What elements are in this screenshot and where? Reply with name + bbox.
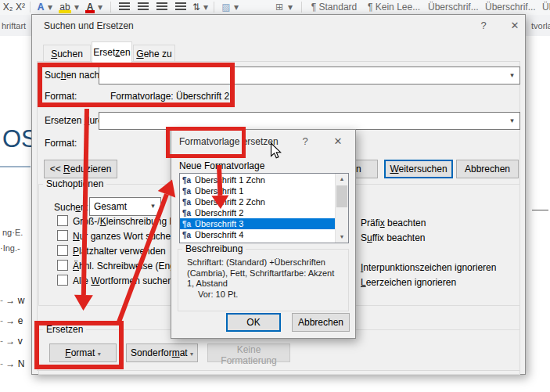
style-gallery-item[interactable]: Überschrif... xyxy=(542,0,550,14)
dropdown-chevron-icon[interactable]: ▾ xyxy=(505,113,519,129)
annotation-box-search-format xyxy=(38,63,235,107)
bullet-text: N xyxy=(18,358,25,369)
superscript-icon[interactable]: X² xyxy=(15,0,26,14)
style-item-label: Überschrift 3 xyxy=(195,219,243,228)
ribbon-group-label-schriftart: hriftart xyxy=(2,21,26,31)
ok-button[interactable]: OK xyxy=(226,313,281,332)
text-effects-caret-icon[interactable]: ▾ xyxy=(47,0,53,14)
description-indent-line: Vor: 10 Pt. xyxy=(198,290,340,300)
ribbon-separator xyxy=(110,2,111,13)
style-listbox[interactable]: ¶aÜberschrift 1 Zchn ¶aÜberschrift 1 ¶aÜ… xyxy=(179,173,349,243)
style-item-label: Überschrift 2 Zchn xyxy=(195,197,265,207)
borders-caret-icon[interactable]: ▾ xyxy=(287,0,293,14)
checkbox-label: Präfix beachten xyxy=(361,218,426,228)
style-item-label: Überschrift 1 Zchn xyxy=(195,175,265,185)
document-text-fragment: ng·E. xyxy=(2,228,23,237)
tab-suchen[interactable]: Suchen xyxy=(43,45,91,62)
annotation-box-format-button xyxy=(34,321,124,369)
document-bullet-line: - → w xyxy=(0,295,24,306)
style-list-item[interactable]: ¶aÜberschrift 4 xyxy=(180,229,336,240)
replace-format-label: Format: xyxy=(45,137,77,149)
screen: X₂ X² A ▾ ab ▾ A ▾ ⇅ ▾ ▨ ▾ ⊞ ▾ ¶ Standar… xyxy=(0,0,550,392)
checkbox-match-prefix[interactable]: Präfix beachten xyxy=(345,217,426,229)
align-right-icon[interactable] xyxy=(156,2,167,12)
bullet-arrow-icon: → xyxy=(5,358,15,369)
line-spacing-icon[interactable]: ⇅ xyxy=(191,0,202,14)
align-left-icon[interactable] xyxy=(119,2,130,12)
ribbon-group-label-formatvorlage: tvorla xyxy=(531,21,550,31)
style-gallery-item[interactable]: ¶ Kein Lee... xyxy=(368,0,419,14)
bullet-arrow-icon: → xyxy=(5,295,15,306)
bullet-arrow-icon: → xyxy=(5,336,15,347)
checkbox-box[interactable] xyxy=(57,230,68,241)
document-heading-rule xyxy=(0,166,31,167)
paragraph-style-icon: ¶a xyxy=(182,208,195,219)
close-icon[interactable]: ✕ xyxy=(325,130,351,152)
borders-icon[interactable]: ⊞ xyxy=(274,0,285,14)
style-cancel-button[interactable]: Abbrechen xyxy=(292,313,350,332)
checkbox-box[interactable] xyxy=(57,275,68,286)
document-bullet-line: - → N xyxy=(0,358,24,369)
close-icon[interactable]: ✕ xyxy=(503,15,527,37)
align-center-icon[interactable] xyxy=(138,2,149,12)
special-menu-label: Sonderformat xyxy=(131,347,188,358)
ribbon-separator xyxy=(214,2,214,13)
mouse-cursor-icon xyxy=(270,142,282,159)
style-gallery-item[interactable]: Überschrif... xyxy=(485,0,535,14)
font-color-icon[interactable]: A xyxy=(84,0,95,14)
checkbox-ignore-whitespace[interactable]: Leerzeichen ignorieren xyxy=(345,276,456,289)
font-color-caret-icon[interactable]: ▾ xyxy=(97,0,103,14)
checkbox-box[interactable] xyxy=(57,245,68,256)
help-icon[interactable]: ? xyxy=(295,130,315,152)
style-item-label: Überschrift 4 xyxy=(195,230,243,239)
ribbon-separator xyxy=(30,2,31,13)
align-justify-icon[interactable] xyxy=(175,2,186,12)
highlight-caret-icon[interactable]: ▾ xyxy=(74,0,80,14)
checkbox-box[interactable] xyxy=(57,215,68,226)
document-text-fragment: ·Ing.- xyxy=(0,243,20,253)
line-spacing-caret-icon[interactable]: ▾ xyxy=(203,0,209,14)
style-list-item[interactable]: ¶aÜberschrift 2 xyxy=(180,207,336,218)
style-gallery-item[interactable]: ¶ Standard xyxy=(310,0,358,14)
bullet-dash: - xyxy=(0,358,3,369)
checkbox-match-suffix[interactable]: Suffix beachten xyxy=(345,232,426,244)
description-body: Schriftart: (Standard) +Überschriften (C… xyxy=(187,257,334,288)
special-menu-button[interactable]: Sonderformat ▾ xyxy=(126,343,198,362)
checkbox-ignore-punctuation[interactable]: Interpunktionszeichen ignorieren xyxy=(345,261,496,274)
replace-with-input[interactable] xyxy=(101,113,505,128)
style-list-item[interactable]: ¶aÜberschrift 2 Zchn xyxy=(180,196,336,207)
document-rule-fragment xyxy=(532,210,548,210)
highlight-color-bar xyxy=(59,10,71,13)
scrollbar-thumb[interactable] xyxy=(336,185,347,207)
checkbox-box[interactable] xyxy=(57,260,68,271)
tab-ersetzen[interactable]: Ersetzen xyxy=(92,41,132,63)
scrollbar-down-icon[interactable]: ▼ xyxy=(336,232,348,243)
scrollbar[interactable]: ▲ ▼ xyxy=(335,174,348,243)
style-list-item[interactable]: ¶aÜberschrift 1 Zchn xyxy=(180,174,336,185)
dropdown-chevron-icon[interactable]: ▾ xyxy=(505,67,519,84)
document-bullet-line: - → v xyxy=(0,336,23,347)
description-text: Schriftart: (Standard) +Überschriften (C… xyxy=(187,257,340,300)
text-effects-icon[interactable]: A xyxy=(35,0,46,14)
no-formatting-button: Keine Formatierung xyxy=(207,343,290,362)
replace-style-dialog: Formatvorlage ersetzen ? ✕ Neue Formatvo… xyxy=(171,129,356,339)
paragraph-style-icon: ¶a xyxy=(182,219,195,230)
search-options-group-label: Suchoptionen xyxy=(43,179,106,189)
checkbox-label: Leerzeichen ignorieren xyxy=(361,277,456,288)
replace-with-combobox[interactable]: ▾ xyxy=(99,112,520,130)
scrollbar-up-icon[interactable]: ▲ xyxy=(336,174,348,185)
style-gallery-item[interactable]: Überschrif... xyxy=(428,0,478,14)
help-icon[interactable]: ? xyxy=(472,15,495,37)
cancel-button[interactable]: Abbrechen xyxy=(456,160,519,178)
shading-caret-icon[interactable]: ▾ xyxy=(233,0,239,14)
style-list-item[interactable]: ¶aÜberschrift 1 xyxy=(180,185,336,196)
style-list-item-selected[interactable]: ¶aÜberschrift 3 xyxy=(180,218,336,229)
shading-icon[interactable]: ▨ xyxy=(221,0,232,14)
find-next-button[interactable]: Weitersuchen xyxy=(384,160,453,178)
find-dialog-titlebar[interactable]: Suchen und Ersetzen ? ✕ xyxy=(32,15,525,37)
tab-gehe-zu[interactable]: Gehe zu xyxy=(133,45,175,62)
highlight-icon[interactable]: ab xyxy=(58,0,72,14)
description-group-label: Beschreibung xyxy=(182,244,246,254)
arrow-shaft xyxy=(81,109,89,295)
subscript-icon[interactable]: X₂ xyxy=(2,0,13,14)
